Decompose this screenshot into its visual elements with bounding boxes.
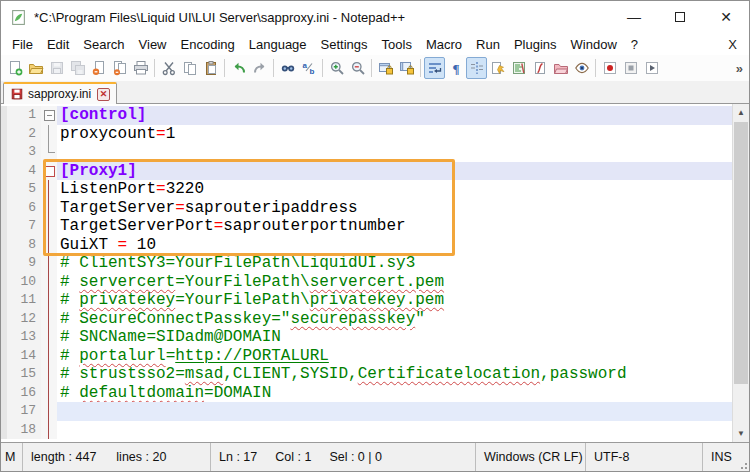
print-icon[interactable] (130, 57, 151, 79)
code-line-text[interactable]: # ClientSY3=YourFilePath\LiquidUI.sy3 (57, 254, 732, 273)
menu-item-tools[interactable]: Tools (375, 35, 419, 54)
toolbar-separator (154, 59, 155, 77)
folder-as-workspace-icon[interactable] (550, 57, 571, 79)
replace-icon[interactable]: ab (298, 57, 319, 79)
menu-item-encoding[interactable]: Encoding (174, 35, 242, 54)
open-file-icon[interactable] (25, 57, 46, 79)
code-token: msad (185, 365, 223, 383)
scrollbar-thumb[interactable] (734, 122, 748, 384)
code-line-3: 3 (1, 143, 732, 162)
code-line-text[interactable]: [control] (57, 106, 732, 125)
code-line-text[interactable] (57, 402, 732, 421)
save-icon[interactable] (46, 57, 67, 79)
function-list-icon[interactable] (529, 57, 550, 79)
fold-marker-icon[interactable] (41, 162, 57, 181)
menu-item-file[interactable]: File (5, 35, 40, 54)
menu-bar: FileEditSearchViewEncodingLanguageSettin… (1, 33, 749, 55)
menu-item-window[interactable]: Window (564, 35, 624, 54)
fold-margin (41, 143, 57, 162)
zoom-out-icon[interactable] (347, 57, 368, 79)
status-caret-position: Ln : 17 Col : 1 Sel : 0 | 0 (211, 443, 476, 471)
tab-sapproxy-ini[interactable]: sapproxy.ini ✕ (3, 82, 117, 104)
code-token: [Proxy1] (60, 162, 137, 180)
vertical-scrollbar[interactable]: ▲ ▼ (732, 104, 749, 442)
code-token: 3220 (166, 180, 204, 198)
code-line-15: 15# strustsso2=msad,CLIENT,SYSID,Certifi… (1, 365, 732, 384)
menu-item-settings[interactable]: Settings (314, 35, 375, 54)
code-line-17: 17 (1, 402, 732, 421)
save-all-icon[interactable] (67, 57, 88, 79)
code-line-text[interactable] (57, 143, 732, 162)
svg-text:b: b (309, 67, 314, 76)
code-line-text[interactable]: [Proxy1] (57, 162, 732, 181)
fold-margin (41, 254, 57, 273)
show-indent-guide-icon[interactable] (466, 57, 487, 79)
paste-icon[interactable] (200, 57, 221, 79)
code-line-9: 9# ClientSY3=YourFilePath\LiquidUI.sy3 (1, 254, 732, 273)
define-language-icon[interactable] (487, 57, 508, 79)
zoom-in-icon[interactable] (326, 57, 347, 79)
minimize-button[interactable]: — (611, 1, 657, 33)
svg-text:a: a (302, 61, 307, 70)
toolbar-overflow-chevron-icon[interactable]: » (736, 61, 743, 76)
code-line-text[interactable]: # portalurl=http://PORTALURL (57, 347, 732, 366)
tab-close-icon[interactable]: ✕ (97, 88, 110, 101)
close-button[interactable]: ✕ (703, 1, 749, 33)
code-line-text[interactable]: # strustsso2=msad,CLIENT,SYSID,Certifica… (57, 365, 732, 384)
sync-scroll-horizontal-icon[interactable] (396, 57, 417, 79)
show-all-characters-icon[interactable]: ¶ (445, 57, 466, 79)
sync-scroll-vertical-icon[interactable] (375, 57, 396, 79)
menu-item-help[interactable]: ? (624, 35, 645, 54)
redo-icon[interactable] (249, 57, 270, 79)
menu-item-run[interactable]: Run (469, 35, 507, 54)
code-line-14: 14# portalurl=http://PORTALURL (1, 347, 732, 366)
code-line-text[interactable]: # SecureConnectPasskey="securepasskey" (57, 310, 732, 329)
macro-play-icon[interactable] (641, 57, 662, 79)
code-line-text[interactable]: # SNCName=SIDadm@DOMAIN (57, 328, 732, 347)
code-token: saprouterportnumber (223, 217, 405, 235)
menu-item-plugins[interactable]: Plugins (507, 35, 564, 54)
document-map-icon[interactable] (508, 57, 529, 79)
code-line-text[interactable]: GuiXT = 10 (57, 236, 732, 255)
scroll-down-arrow-icon[interactable]: ▼ (733, 425, 749, 442)
code-line-text[interactable]: # defaultdomain=DOMAIN (57, 384, 732, 403)
code-line-text[interactable]: proxycount=1 (57, 125, 732, 144)
window-title: *C:\Program Files\Liquid UI\LUI Server\s… (34, 10, 611, 25)
code-area[interactable]: 1[control]2proxycount=134[Proxy1]5Listen… (1, 104, 732, 442)
macro-stop-icon[interactable] (620, 57, 641, 79)
code-token: TargetServer (60, 199, 175, 217)
menu-item-edit[interactable]: Edit (40, 35, 76, 54)
menu-item-language[interactable]: Language (242, 35, 314, 54)
find-icon[interactable] (277, 57, 298, 79)
close-all-files-icon[interactable] (109, 57, 130, 79)
code-line-8: 8GuiXT = 10 (1, 236, 732, 255)
code-line-text[interactable] (57, 421, 732, 440)
code-line-text[interactable]: # servercert=YourFilePath\servercert.pem (57, 273, 732, 292)
resize-grip[interactable] (739, 443, 749, 471)
menu-item-view[interactable]: View (132, 35, 174, 54)
menu-item-search[interactable]: Search (76, 35, 131, 54)
code-line-text[interactable]: # privatekey=YourFilePath\privatekey.pem (57, 291, 732, 310)
code-line-2: 2proxycount=1 (1, 125, 732, 144)
undo-icon[interactable] (228, 57, 249, 79)
code-token: defaultdomain (79, 384, 204, 402)
code-line-6: 6TargetServer=saprouteripaddress (1, 199, 732, 218)
menu-item-macro[interactable]: Macro (419, 35, 469, 54)
editor: 1[control]2proxycount=134[Proxy1]5Listen… (1, 104, 749, 442)
word-wrap-icon[interactable] (424, 57, 445, 79)
code-line-text[interactable]: ListenPort=3220 (57, 180, 732, 199)
macro-record-icon[interactable] (599, 57, 620, 79)
line-number: 14 (7, 347, 41, 366)
code-line-text[interactable]: TargetServerPort=saprouterportnumber (57, 217, 732, 236)
fold-marker-icon[interactable] (41, 106, 57, 125)
new-file-icon[interactable] (4, 57, 25, 79)
code-line-text[interactable]: TargetServer=saprouteripaddress (57, 199, 732, 218)
cut-icon[interactable] (158, 57, 179, 79)
document-close-x[interactable]: X (716, 37, 749, 52)
maximize-button[interactable] (657, 1, 703, 33)
copy-icon[interactable] (179, 57, 200, 79)
code-line-11: 11# privatekey=YourFilePath\privatekey.p… (1, 291, 732, 310)
scroll-up-arrow-icon[interactable]: ▲ (733, 104, 749, 121)
monitoring-icon[interactable] (571, 57, 592, 79)
close-file-icon[interactable] (88, 57, 109, 79)
